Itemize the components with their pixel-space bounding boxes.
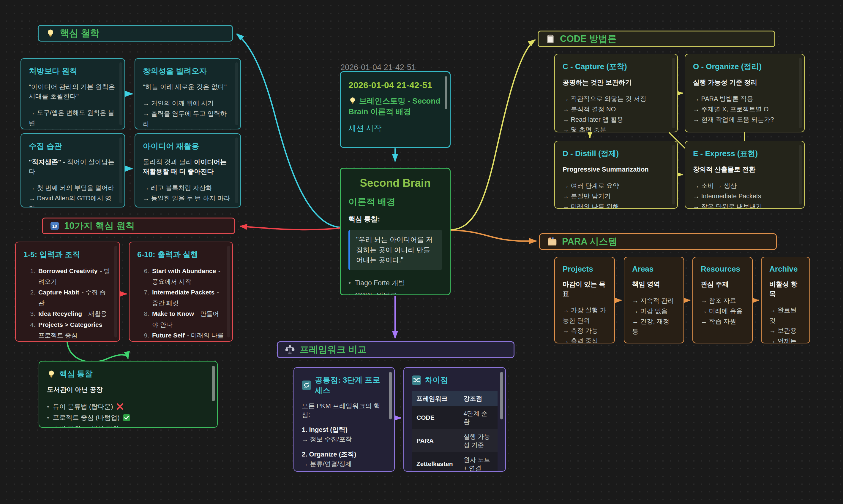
card-lead: 도서관이 아닌 공장 [47,385,209,395]
node-title: Second Brain [348,177,442,190]
scrollbar-track[interactable] [235,62,238,125]
card-idea-recycling[interactable]: 아이디어 재활용 물리적 것과 달리 아이디어는 재활용할 때 더 좋아진다 →… [135,133,241,208]
card-borrow-creativity[interactable]: 창의성을 빌려오자 "하늘 아래 새로운 것은 없다" → 거인의 어깨 위에 … [135,58,241,129]
scrollbar-thumb[interactable] [500,372,503,419]
card-capture-habit[interactable]: 수집 습관 "적자생존" - 적어야 살아남는다 → 첫 번째 뇌의 부담을 덜… [20,133,125,208]
card-principles-1-5[interactable]: 1-5: 입력과 조직 1.Borrowed Creativity- 빌려오기 … [15,241,120,342]
table-header-cell: 프레임워크 [412,391,459,406]
card-lead: 공명하는 것만 보관하기 [563,78,669,87]
list-item: 6.Start with Abundance- 풍요에서 시작 [137,266,225,287]
card-framework-diff[interactable]: 차이점 프레임워크강조점 CODE4단계 순환 PARA실행 가능성 기준 Ze… [403,367,506,472]
list-item: 1.Borrowed Creativity- 빌려오기 [23,266,112,287]
header-code[interactable]: CODE 방법론 [538,31,775,47]
card-line: → 가장 실행 가능한 단위 [563,305,607,326]
header-label: 프레임워크 비교 [300,343,367,356]
card-line: → 학습 자원 [701,317,744,327]
cross-mark-icon [116,403,124,411]
card-line: → 도구/앱은 변해도 원칙은 불변 [29,108,117,128]
card-lead: "하늘 아래 새로운 것은 없다" [143,82,233,92]
scrollbar-thumb[interactable] [212,366,215,401]
header-ten-principles[interactable]: 10 10가지 핵심 원칙 [42,218,235,234]
scrollbar-track[interactable] [672,58,675,128]
shuffle-icon [412,376,421,385]
edge-secondbrain-to-principles[interactable] [240,226,340,230]
scrollbar-track[interactable] [119,62,122,125]
card-line: → 제프 베조스의 장기 사고와 일맥상통 [29,128,117,129]
card-line: → David Allen의 GTD에서 영감 [29,193,117,208]
card-principle-over-prescription[interactable]: 처방보다 원칙 "아이디어 관리의 기본 원칙은 시대를 초월한다" → 도구/… [20,58,125,129]
keycap-ten-icon: 10 [50,221,59,231]
lead-plain: 물리적 것과 달리 [143,158,194,166]
clipboard-icon [546,34,555,43]
list-item: 9.Future Self- 미래의 나를 위해 [137,330,225,342]
card-intro: 모든 PKM 프레임워크의 핵심: [302,401,386,419]
card-title: 공통점: 3단계 프로세스 [315,375,386,396]
session-node[interactable]: 2026-01-04 21-42-51 브레인스토밍 - Second Brai… [340,71,451,148]
scrollbar-track[interactable] [799,145,802,204]
card-title: 창의성을 빌려오자 [143,66,233,76]
scrollbar-track[interactable] [672,145,675,204]
card-lead: 마감이 있는 목표 [563,280,607,299]
card-lead: 창의적 산출물로 전환 [693,165,796,174]
blockquote: "우리 뇌는 아이디어를 저장하는 곳이 아니라 만들어내는 곳이다." [348,230,442,270]
table-row: Zettelkasten원자 노트 + 연결 [412,452,497,472]
edge-secondbrain-to-para[interactable] [450,230,537,241]
card-title: 핵심 통찰 [59,368,92,379]
card-line: → 작은 단위로 내보내기 [693,201,796,209]
header-label: CODE 방법론 [560,33,617,45]
edge-secondbrain-to-philosophy[interactable] [237,34,340,227]
header-para[interactable]: PARA 시스템 [539,233,777,250]
step-title: 1. Ingest (입력) [302,425,386,434]
scrollbar-track[interactable] [235,138,238,203]
card-lead: 비활성 항목 [769,280,802,299]
card-title: Resources [701,265,744,274]
svg-text:10: 10 [52,224,57,229]
card-code-organize[interactable]: O - Organize (정리) 실행 가능성 기준 정리 → PARA 방법… [685,54,805,132]
card-line: → 완료된 것 [769,305,802,326]
scrollbar-track[interactable] [119,138,122,203]
list-item: 3.Idea Recycling- 재활용 [23,308,112,319]
card-title: 수집 습관 [29,141,117,151]
card-framework-common[interactable]: 공통점: 3단계 프로세스 모든 PKM 프레임워크의 핵심: 1. Inges… [294,367,395,472]
card-title: Archive [769,265,802,274]
edge-principles-to-insight[interactable] [67,342,128,362]
card-line: → 언제든 복원 [769,336,802,343]
card-principles-6-10[interactable]: 6-10: 출력과 실행 6.Start with Abundance- 풍요에… [129,241,233,342]
session-footer: 세션 시작 [348,123,442,133]
card-para-archive[interactable]: Archive 비활성 항목 → 완료된 것 → 보관용 → 언제든 복원 [761,257,810,343]
header-framework[interactable]: 프레임워크 비교 [277,341,514,358]
scrollbar-track[interactable] [799,58,802,128]
scrollbar-thumb[interactable] [445,76,447,109]
card-para-projects[interactable]: Projects 마감이 있는 목표 → 가장 실행 가능한 단위 → 측정 가… [554,257,615,343]
card-key-insight[interactable]: 핵심 통찰 도서관이 아닌 공장 듀이 분류법 (탑다운) 프로젝트 중심 (바… [39,361,218,428]
comparison-table: 프레임워크강조점 CODE4단계 순환 PARA실행 가능성 기준 Zettel… [412,391,497,472]
card-line: → 직관적으로 와닿는 것 저장 [563,94,669,104]
node-subtitle: 이론적 배경 [348,196,442,208]
card-lead: 책임 영역 [632,280,676,289]
card-line: → PARA 방법론 적용 [693,94,796,104]
step-desc: → 분류/연결/정제 [302,459,386,469]
edge-secondbrain-to-code[interactable] [450,40,535,230]
bulb-icon [47,370,56,378]
card-title: 아이디어 재활용 [143,141,233,151]
scrollbar-track[interactable] [227,246,230,338]
card-title: 6-10: 출력과 실행 [137,249,225,260]
second-brain-node[interactable]: Second Brain 이론적 배경 핵심 통찰: "우리 뇌는 아이디어를 … [340,168,451,295]
list-item: 프로젝트 중심 (바텀업) [47,412,209,423]
card-line: → 뉴턴도 빌려 쓴 명언 [143,129,233,129]
card-para-areas[interactable]: Areas 책임 영역 → 지속적 관리 → 마감 없음 → 건강, 재정 등 [624,257,684,343]
card-line: → 동일한 일을 두 번 하지 마라 [143,193,233,204]
session-title: 2026-01-04 21-42-51 [348,79,442,91]
card-line: → 출력을 염두에 두고 입력하라 [143,109,233,129]
card-index-folder-icon [547,237,557,247]
scrollbar-track[interactable] [115,246,117,338]
header-core-philosophy[interactable]: 핵심 철학 [38,25,233,41]
card-line: → Intermediate Packets [693,191,796,201]
card-code-capture[interactable]: C - Capture (포착) 공명하는 것만 보관하기 → 직관적으로 와닿… [554,54,678,132]
mindmap-canvas: 핵심 철학 처방보다 원칙 "아이디어 관리의 기본 원칙은 시대를 초월한다"… [0,0,843,504]
list-item: 7.Intermediate Packets- 중간 패킷 [137,287,225,308]
card-para-resources[interactable]: Resources 관심 주제 → 참조 자료 → 미래에 유용 → 학습 자원 [692,257,753,343]
scrollbar-thumb[interactable] [389,372,392,419]
card-code-distill[interactable]: D - Distill (정제) Progressive Summarizati… [554,141,678,209]
card-code-express[interactable]: E - Express (표현) 창의적 산출물로 전환 → 소비 → 생산 →… [685,141,805,209]
